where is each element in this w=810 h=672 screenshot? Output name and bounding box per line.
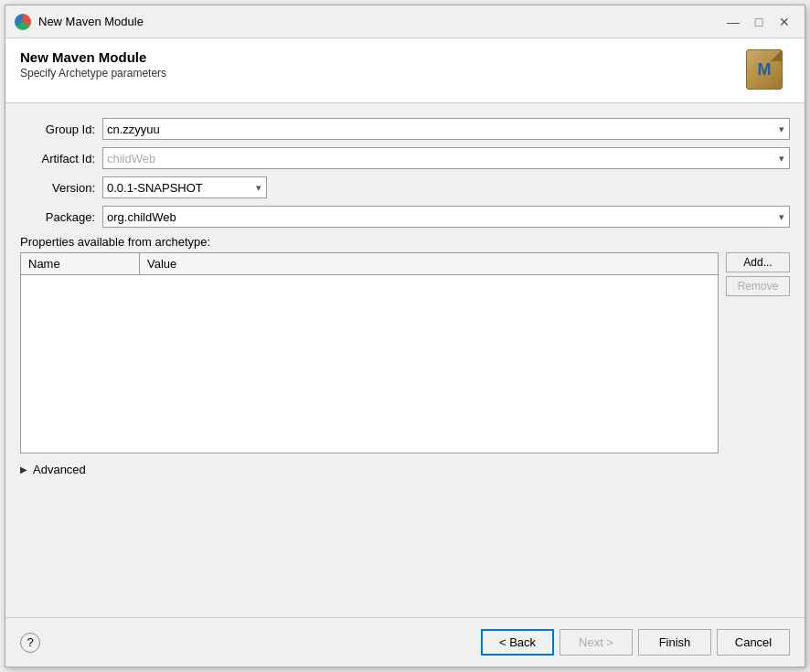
package-label: Package: [20,210,102,224]
version-row: Version: 0.0.1-SNAPSHOT [20,176,790,198]
package-select-wrapper: org.childWeb [102,206,790,228]
help-button[interactable]: ? [20,633,40,653]
group-id-select[interactable]: cn.zzyyuu [102,118,790,140]
properties-table: Name Value [20,252,719,453]
advanced-section[interactable]: ▶ Advanced [20,463,790,476]
table-side-buttons: Add... Remove [726,252,790,453]
back-button[interactable]: < Back [481,629,554,656]
footer-left: ? [20,633,40,653]
maven-icon: M [746,49,790,93]
package-row: Package: org.childWeb [20,206,790,228]
title-bar-left: New Maven Module [15,14,144,30]
header-subtitle: Specify Archetype parameters [20,67,166,80]
finish-button[interactable]: Finish [638,629,711,656]
footer: ? < Back Next > Finish Cancel [5,617,805,667]
artifact-id-label: Artifact Id: [20,152,102,165]
title-bar-controls: — □ ✕ [722,12,795,32]
cancel-button[interactable]: Cancel [717,629,790,656]
maximize-button[interactable]: □ [748,12,770,32]
artifact-id-select[interactable]: childWeb [102,147,790,169]
group-id-select-wrapper: cn.zzyyuu [102,118,790,140]
header-title: New Maven Module [20,49,166,65]
artifact-id-row: Artifact Id: childWeb [20,147,790,169]
group-id-row: Group Id: cn.zzyyuu [20,118,790,140]
version-label: Version: [20,181,102,195]
advanced-arrow-icon: ▶ [20,464,27,475]
package-select[interactable]: org.childWeb [102,206,790,228]
close-button[interactable]: ✕ [773,12,795,32]
version-field: 0.0.1-SNAPSHOT [102,176,790,198]
header-section: New Maven Module Specify Archetype param… [5,38,805,103]
table-area: Name Value Add... Remove [20,252,790,453]
group-id-label: Group Id: [20,123,102,136]
version-select[interactable]: 0.0.1-SNAPSHOT [102,176,267,198]
package-field: org.childWeb [102,206,790,228]
artifact-id-select-wrapper: childWeb [102,147,790,169]
app-icon [15,14,31,30]
maven-icon-inner: M [746,49,783,90]
table-col-name-header: Name [21,253,140,274]
footer-buttons: < Back Next > Finish Cancel [481,629,790,656]
minimize-button[interactable]: — [722,12,744,32]
next-button[interactable]: Next > [560,629,633,656]
artifact-id-field: childWeb [102,147,790,169]
title-bar: New Maven Module — □ ✕ [5,5,805,38]
content: Group Id: cn.zzyyuu Artifact Id: childWe… [5,103,805,617]
remove-button[interactable]: Remove [726,276,790,296]
header-text: New Maven Module Specify Archetype param… [20,49,166,80]
table-body [21,275,718,449]
version-select-wrapper: 0.0.1-SNAPSHOT [102,176,267,198]
group-id-field: cn.zzyyuu [102,118,790,140]
dialog: New Maven Module — □ ✕ New Maven Module … [5,5,805,667]
advanced-label: Advanced [33,463,86,476]
add-button[interactable]: Add... [726,252,790,272]
dialog-title: New Maven Module [38,15,144,28]
table-header: Name Value [21,253,718,275]
properties-label: Properties available from archetype: [20,235,790,249]
table-col-value-header: Value [140,253,718,274]
